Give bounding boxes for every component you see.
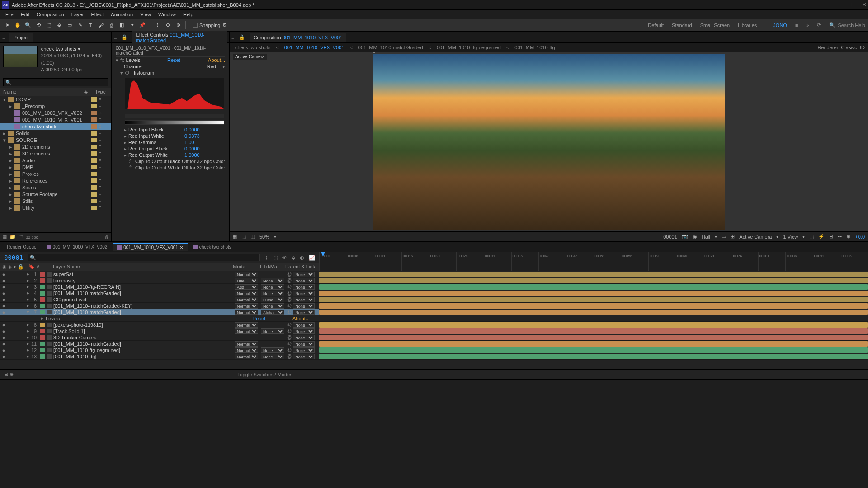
hand-tool-icon[interactable]: ✋ (13, 21, 22, 30)
reset-exposure-icon[interactable]: ⊕ (846, 234, 850, 239)
fast-preview-icon[interactable]: ⚡ (818, 234, 825, 239)
brush-tool-icon[interactable]: 🖌 (96, 21, 105, 30)
close-button[interactable]: ✕ (862, 2, 866, 8)
project-item[interactable]: ▸ReferencesF (0, 178, 111, 184)
visibility-icon[interactable]: ● (0, 284, 7, 290)
pickwhip-icon[interactable]: @ (287, 278, 292, 283)
menu-window[interactable]: Window (155, 12, 179, 17)
snapshot-icon[interactable]: 📷 (682, 234, 688, 239)
project-tree[interactable]: ▾COMPF▸_PrecompF001_MM_1000_VFX_V002C001… (0, 96, 111, 232)
prop-dropdown[interactable]: Off for 32 bpc Color (182, 159, 225, 164)
effect-name[interactable]: Levels (126, 57, 168, 63)
resolution-dropdown[interactable]: Half (702, 234, 711, 239)
project-item[interactable]: 001_MM_1000_VFX_V002C (0, 110, 111, 117)
trash-icon[interactable]: 🗑 (104, 235, 109, 240)
eraser-tool-icon[interactable]: ◧ (117, 21, 126, 30)
motion-blur-icon[interactable]: ◐ (300, 255, 304, 261)
mode-dropdown[interactable]: Normal (235, 354, 258, 359)
graph-editor-icon[interactable]: 📈 (309, 255, 315, 261)
project-item[interactable]: ▾COMPF (0, 96, 111, 103)
project-item[interactable]: ▾SOURCEF (0, 137, 111, 144)
workspace-small-screen[interactable]: Small Screen (700, 23, 730, 28)
parent-dropdown[interactable]: None (293, 291, 315, 296)
menu-file[interactable]: File (2, 12, 17, 17)
minimize-button[interactable]: — (840, 2, 845, 8)
roi-icon[interactable]: ▭ (722, 234, 726, 239)
effect-about[interactable]: About... (208, 57, 225, 63)
menu-edit[interactable]: Edit (17, 12, 33, 17)
layer-row[interactable]: ●▸5CC ground wetNormalLuma@None (0, 296, 319, 303)
mask-icon[interactable]: ◫ (250, 234, 255, 239)
parent-dropdown[interactable]: None (293, 341, 315, 347)
prop-value[interactable]: 0.0000 (184, 127, 225, 132)
parent-dropdown[interactable]: None (293, 303, 315, 309)
col-layer-name[interactable]: Layer Name (44, 264, 233, 270)
menu-animation[interactable]: Animation (107, 12, 137, 17)
local-axis-icon[interactable]: ⊹ (153, 21, 162, 30)
time-ruler[interactable]: 0000100006000110001600021000260003100036… (319, 252, 868, 271)
parent-dropdown[interactable]: None (293, 354, 315, 359)
visibility-icon[interactable]: ● (0, 354, 7, 359)
visibility-icon[interactable]: ● (0, 347, 7, 353)
timeline-search-input[interactable] (28, 254, 260, 261)
layer-row[interactable]: ●▸9[Track Solid 1]NormalNone@None (0, 328, 319, 334)
project-item[interactable]: ▸2D elementsF (0, 144, 111, 150)
mode-dropdown[interactable]: Normal (235, 328, 258, 334)
layer-row[interactable]: ●▸4[001_MM_1010-matchGraded]NormalNone@N… (0, 290, 319, 296)
workspace-menu-icon[interactable]: ≡ (795, 23, 798, 28)
project-item[interactable]: ▸3D elementsF (0, 150, 111, 157)
trkmat-dropdown[interactable]: Alpha (261, 310, 284, 315)
visibility-icon[interactable]: ● (0, 341, 7, 347)
parent-dropdown[interactable]: None (293, 284, 315, 290)
effect-controls-tab[interactable]: Effect Controls 001_MM_1010-matchGraded (132, 31, 227, 44)
pickwhip-icon[interactable]: @ (287, 272, 292, 277)
col-parent[interactable]: Parent & Link (285, 264, 317, 270)
canvas[interactable] (373, 54, 725, 230)
composition-viewport[interactable]: Active Camera (230, 52, 868, 231)
project-item[interactable]: ▸_PrecompF (0, 103, 111, 110)
timecode-display[interactable]: 00001 (663, 234, 677, 239)
visibility-icon[interactable]: ● (0, 303, 7, 309)
new-folder-icon[interactable]: 📁 (9, 234, 16, 240)
trkmat-dropdown[interactable]: None (261, 354, 284, 359)
workspace-standard[interactable]: Standard (672, 23, 692, 28)
effect-reset[interactable]: Reset (167, 57, 208, 63)
pen-tool-icon[interactable]: ✎ (75, 21, 85, 30)
breadcrumb-item[interactable]: check two shots (232, 45, 273, 50)
view-axis-icon[interactable]: ⊗ (174, 21, 183, 30)
visibility-icon[interactable]: ● (0, 272, 7, 277)
project-item[interactable]: 001_MM_1010_VFX_V001C (0, 117, 111, 123)
timeline-tab[interactable]: Render Queue (2, 243, 41, 251)
col-type[interactable]: Type (95, 89, 108, 95)
view-layout-dropdown[interactable]: 1 View (783, 234, 798, 239)
parent-dropdown[interactable]: None (293, 272, 315, 277)
mode-dropdown[interactable]: Normal (235, 322, 258, 328)
pickwhip-icon[interactable]: @ (287, 328, 292, 333)
always-preview-icon[interactable]: ▦ (232, 234, 237, 239)
pan-behind-icon[interactable]: ⬙ (55, 21, 64, 30)
workspace-active[interactable]: JONO (773, 23, 787, 28)
breadcrumb-item[interactable]: 001_MM_1010_VFX_V001 (282, 45, 347, 50)
project-item[interactable]: ▸ScansF (0, 184, 111, 191)
pickwhip-icon[interactable]: @ (287, 291, 292, 296)
pickwhip-icon[interactable]: @ (287, 347, 292, 352)
layer-row[interactable]: ●▸3[001_MM_1010-ftg-REGRAIN]AddNone@None (0, 284, 319, 290)
text-tool-icon[interactable]: T (86, 21, 95, 30)
project-item[interactable]: ▸AudioF (0, 157, 111, 164)
prop-value[interactable]: 1.0000 (184, 152, 225, 158)
pickwhip-icon[interactable]: @ (287, 303, 292, 308)
transparency-grid-icon[interactable]: ⬚ (241, 234, 246, 239)
col-label-icon[interactable]: ◈ (84, 89, 95, 95)
menu-view[interactable]: View (137, 12, 155, 17)
project-item[interactable]: ▸Source FootageF (0, 191, 111, 198)
puppet-tool-icon[interactable]: 📌 (138, 21, 147, 30)
histogram-output-gradient[interactable] (125, 120, 224, 125)
effect-about[interactable]: About... (292, 316, 310, 321)
menu-effect[interactable]: Effect (87, 12, 107, 17)
visibility-icon[interactable]: ● (0, 291, 7, 296)
pickwhip-icon[interactable]: @ (287, 310, 292, 314)
frame-blend-icon[interactable]: ⬙ (292, 255, 295, 261)
layer-row[interactable]: ●▸8[pexels-photo-119810]Normal@None (0, 322, 319, 328)
expand-props-icon[interactable]: ⊞ ⊕ (4, 371, 14, 377)
renderer-dropdown[interactable]: Classic 3D (841, 45, 865, 50)
